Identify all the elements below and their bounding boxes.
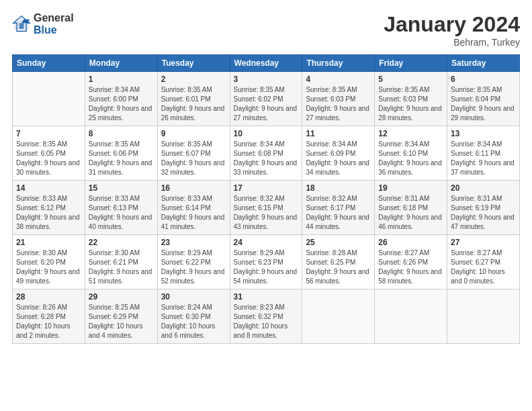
calendar-header-row: Sunday Monday Tuesday Wednesday Thursday…	[13, 55, 520, 72]
table-row: 15Sunrise: 8:33 AMSunset: 6:13 PMDayligh…	[85, 181, 157, 235]
day-info: Sunrise: 8:27 AMSunset: 6:27 PMDaylight:…	[451, 248, 516, 286]
table-row: 2Sunrise: 8:35 AMSunset: 6:01 PMDaylight…	[157, 72, 230, 126]
day-number: 10	[234, 129, 299, 138]
day-number: 29	[89, 292, 154, 302]
day-number: 27	[451, 238, 516, 247]
day-info: Sunrise: 8:30 AMSunset: 6:21 PMDaylight:…	[89, 248, 154, 286]
table-row: 10Sunrise: 8:34 AMSunset: 6:08 PMDayligh…	[230, 126, 302, 181]
day-info: Sunrise: 8:35 AMSunset: 6:05 PMDaylight:…	[16, 140, 81, 177]
table-row: 14Sunrise: 8:33 AMSunset: 6:12 PMDayligh…	[13, 181, 85, 235]
day-info: Sunrise: 8:28 AMSunset: 6:25 PMDaylight:…	[306, 248, 371, 286]
day-info: Sunrise: 8:34 AMSunset: 6:00 PMDaylight:…	[89, 85, 154, 123]
day-number: 6	[451, 75, 516, 84]
table-row: 23Sunrise: 8:29 AMSunset: 6:22 PMDayligh…	[157, 235, 230, 289]
table-row: 13Sunrise: 8:34 AMSunset: 6:11 PMDayligh…	[447, 126, 520, 181]
day-info: Sunrise: 8:35 AMSunset: 6:06 PMDaylight:…	[89, 140, 154, 177]
table-row: 30Sunrise: 8:24 AMSunset: 6:30 PMDayligh…	[157, 289, 230, 344]
col-thursday: Thursday	[302, 55, 375, 72]
day-info: Sunrise: 8:35 AMSunset: 6:07 PMDaylight:…	[161, 140, 226, 177]
location: Behram, Turkey	[384, 37, 520, 48]
col-saturday: Saturday	[447, 55, 520, 72]
calendar-week-row: 7Sunrise: 8:35 AMSunset: 6:05 PMDaylight…	[13, 126, 520, 181]
day-number: 18	[306, 183, 371, 193]
day-number: 25	[306, 238, 371, 247]
day-number: 13	[451, 129, 516, 138]
col-sunday: Sunday	[13, 55, 85, 72]
day-number: 21	[16, 238, 81, 247]
table-row: 17Sunrise: 8:32 AMSunset: 6:15 PMDayligh…	[230, 181, 302, 235]
calendar-week-row: 1Sunrise: 8:34 AMSunset: 6:00 PMDaylight…	[13, 72, 520, 126]
svg-rect-3	[19, 23, 24, 29]
table-row: 29Sunrise: 8:25 AMSunset: 6:29 PMDayligh…	[85, 289, 157, 344]
day-number: 20	[451, 183, 516, 193]
table-row: 6Sunrise: 8:35 AMSunset: 6:04 PMDaylight…	[447, 72, 520, 126]
logo-blue: Blue	[34, 24, 74, 36]
title-block: January 2024 Behram, Turkey	[384, 12, 520, 48]
day-number: 2	[161, 75, 226, 84]
day-info: Sunrise: 8:32 AMSunset: 6:17 PMDaylight:…	[306, 194, 371, 232]
table-row: 1Sunrise: 8:34 AMSunset: 6:00 PMDaylight…	[85, 72, 157, 126]
day-number: 26	[378, 238, 443, 247]
col-friday: Friday	[375, 55, 447, 72]
table-row: 5Sunrise: 8:35 AMSunset: 6:03 PMDaylight…	[375, 72, 447, 126]
day-info: Sunrise: 8:35 AMSunset: 6:04 PMDaylight:…	[451, 85, 516, 123]
day-info: Sunrise: 8:33 AMSunset: 6:14 PMDaylight:…	[161, 194, 226, 232]
day-info: Sunrise: 8:35 AMSunset: 6:02 PMDaylight:…	[234, 85, 299, 123]
day-number: 3	[234, 75, 299, 84]
table-row: 19Sunrise: 8:31 AMSunset: 6:18 PMDayligh…	[375, 181, 447, 235]
table-row: 31Sunrise: 8:23 AMSunset: 6:32 PMDayligh…	[230, 289, 302, 344]
day-info: Sunrise: 8:35 AMSunset: 6:03 PMDaylight:…	[378, 85, 443, 123]
day-info: Sunrise: 8:32 AMSunset: 6:15 PMDaylight:…	[234, 194, 299, 232]
day-info: Sunrise: 8:35 AMSunset: 6:01 PMDaylight:…	[161, 85, 226, 123]
day-info: Sunrise: 8:31 AMSunset: 6:19 PMDaylight:…	[451, 194, 516, 232]
table-row: 16Sunrise: 8:33 AMSunset: 6:14 PMDayligh…	[157, 181, 230, 235]
table-row: 7Sunrise: 8:35 AMSunset: 6:05 PMDaylight…	[13, 126, 85, 181]
table-row: 26Sunrise: 8:27 AMSunset: 6:26 PMDayligh…	[375, 235, 447, 289]
day-info: Sunrise: 8:24 AMSunset: 6:30 PMDaylight:…	[161, 303, 226, 340]
table-row: 12Sunrise: 8:34 AMSunset: 6:10 PMDayligh…	[375, 126, 447, 181]
table-row: 28Sunrise: 8:26 AMSunset: 6:28 PMDayligh…	[13, 289, 85, 344]
day-number: 24	[234, 238, 299, 247]
page-header: General Blue January 2024 Behram, Turkey	[12, 12, 520, 48]
day-number: 31	[234, 292, 299, 302]
col-monday: Monday	[85, 55, 157, 72]
day-info: Sunrise: 8:34 AMSunset: 6:11 PMDaylight:…	[451, 140, 516, 177]
day-number: 4	[306, 75, 371, 84]
day-info: Sunrise: 8:34 AMSunset: 6:08 PMDaylight:…	[234, 140, 299, 177]
day-number: 22	[89, 238, 154, 247]
day-info: Sunrise: 8:33 AMSunset: 6:12 PMDaylight:…	[16, 194, 81, 232]
table-row	[302, 289, 375, 344]
day-info: Sunrise: 8:35 AMSunset: 6:03 PMDaylight:…	[306, 85, 371, 123]
table-row: 25Sunrise: 8:28 AMSunset: 6:25 PMDayligh…	[302, 235, 375, 289]
day-number: 11	[306, 129, 371, 138]
day-number: 8	[89, 129, 154, 138]
day-number: 9	[161, 129, 226, 138]
table-row: 21Sunrise: 8:30 AMSunset: 6:20 PMDayligh…	[13, 235, 85, 289]
calendar-week-row: 14Sunrise: 8:33 AMSunset: 6:12 PMDayligh…	[13, 181, 520, 235]
col-wednesday: Wednesday	[230, 55, 302, 72]
logo-general: General	[34, 12, 74, 24]
day-number: 1	[89, 75, 154, 84]
table-row: 27Sunrise: 8:27 AMSunset: 6:27 PMDayligh…	[447, 235, 520, 289]
calendar-table: Sunday Monday Tuesday Wednesday Thursday…	[12, 54, 520, 344]
day-number: 15	[89, 183, 154, 193]
table-row	[375, 289, 447, 344]
day-number: 17	[234, 183, 299, 193]
day-info: Sunrise: 8:34 AMSunset: 6:09 PMDaylight:…	[306, 140, 371, 177]
logo: General Blue	[12, 12, 74, 36]
table-row	[447, 289, 520, 344]
table-row: 3Sunrise: 8:35 AMSunset: 6:02 PMDaylight…	[230, 72, 302, 126]
table-row: 20Sunrise: 8:31 AMSunset: 6:19 PMDayligh…	[447, 181, 520, 235]
table-row: 11Sunrise: 8:34 AMSunset: 6:09 PMDayligh…	[302, 126, 375, 181]
table-row: 22Sunrise: 8:30 AMSunset: 6:21 PMDayligh…	[85, 235, 157, 289]
day-info: Sunrise: 8:30 AMSunset: 6:20 PMDaylight:…	[16, 248, 81, 286]
table-row: 4Sunrise: 8:35 AMSunset: 6:03 PMDaylight…	[302, 72, 375, 126]
day-number: 7	[16, 129, 81, 138]
table-row: 18Sunrise: 8:32 AMSunset: 6:17 PMDayligh…	[302, 181, 375, 235]
day-number: 19	[378, 183, 443, 193]
table-row: 24Sunrise: 8:29 AMSunset: 6:23 PMDayligh…	[230, 235, 302, 289]
day-info: Sunrise: 8:26 AMSunset: 6:28 PMDaylight:…	[16, 303, 81, 340]
day-info: Sunrise: 8:23 AMSunset: 6:32 PMDaylight:…	[234, 303, 299, 340]
day-number: 5	[378, 75, 443, 84]
day-info: Sunrise: 8:27 AMSunset: 6:26 PMDaylight:…	[378, 248, 443, 286]
